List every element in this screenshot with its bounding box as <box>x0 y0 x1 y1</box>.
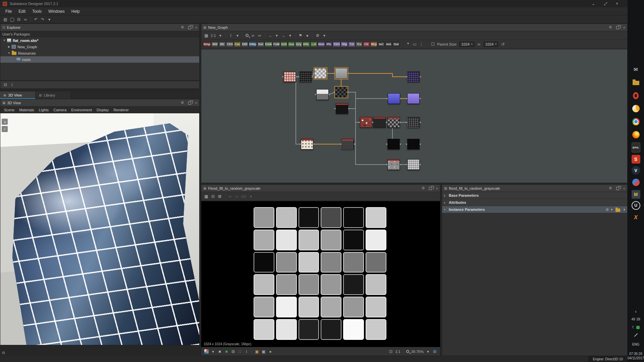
palette-node-fxm[interactable]: FxM <box>273 42 280 47</box>
dropdown[interactable]: ▾ <box>287 33 293 38</box>
layers-icon[interactable]: ≣ <box>606 207 609 212</box>
ball-app-icon[interactable] <box>631 177 641 188</box>
wrench-icon[interactable]: ⚙ <box>609 25 612 29</box>
palette-node-dst[interactable]: Dst <box>257 42 264 47</box>
graph-node-17[interactable] <box>387 139 400 149</box>
expander-icon[interactable]: ▸ <box>444 194 449 197</box>
folder-app-icon[interactable] <box>631 77 641 88</box>
graph-node-6[interactable] <box>316 89 329 100</box>
palette-node-inc[interactable]: InC <box>378 42 385 47</box>
graph-node-16[interactable] <box>341 139 354 149</box>
palette-node-dwp[interactable]: DWp <box>249 42 257 47</box>
tab-3d-view[interactable]: ▣ 3D View <box>0 92 36 99</box>
graph-node-3[interactable] <box>314 68 327 79</box>
close-icon[interactable]: × <box>195 25 197 29</box>
epic-app-icon[interactable]: EPIC <box>632 142 640 153</box>
tray-expand-icon[interactable]: ‹ <box>628 309 644 314</box>
graph-node-19[interactable] <box>387 159 400 170</box>
dropdown[interactable]: ▾ <box>218 33 223 38</box>
close-icon[interactable]: × <box>623 186 625 190</box>
tray-green-icon[interactable] <box>636 326 640 329</box>
arrow2-icon[interactable]: → <box>281 33 286 38</box>
float-panel-icon[interactable] <box>188 102 191 105</box>
close-icon[interactable]: × <box>623 25 625 29</box>
parent-size-select[interactable]: 1024 ▾ <box>459 42 475 47</box>
view3d-menu-materials[interactable]: Materials <box>17 107 37 113</box>
pie-app-icon[interactable] <box>631 103 641 114</box>
restore-icon[interactable]: ⤢ <box>604 1 607 6</box>
globe-icon[interactable]: ◯ <box>9 17 15 22</box>
view3d-menu-renderer[interactable]: Renderer <box>111 107 131 113</box>
view3d-menu-display[interactable]: Display <box>94 107 111 113</box>
palette-node-trs[interactable]: Trs <box>356 42 363 47</box>
reset-icon[interactable]: ↺ <box>500 42 505 47</box>
expander-icon[interactable]: ▼ <box>2 39 6 42</box>
graph-node-11[interactable] <box>360 117 372 128</box>
toolbar-label[interactable]: UV <box>241 194 247 199</box>
link-icon[interactable]: ∞ <box>250 33 256 38</box>
dropdown[interactable]: ▾ <box>322 33 327 38</box>
chrome-app-icon[interactable] <box>631 116 641 127</box>
palette-node-plx[interactable]: Plx <box>325 42 332 47</box>
minimize-chevron-icon[interactable]: ⌄ <box>592 1 595 6</box>
tree-icon[interactable]: ⊟ <box>3 82 8 87</box>
menu-edit[interactable]: Edit <box>15 8 29 15</box>
view3d-menu-lights[interactable]: Lights <box>37 107 51 113</box>
folder-icon[interactable] <box>615 208 620 212</box>
palette-node-bld[interactable]: Bld <box>211 42 218 47</box>
opera-app-icon[interactable] <box>631 90 641 101</box>
chevron-down-icon[interactable]: ▾ <box>611 207 613 212</box>
info-icon[interactable]: i <box>9 82 15 87</box>
graph-node-1[interactable] <box>283 71 296 82</box>
graph-node-13[interactable] <box>387 117 400 128</box>
menu-windows[interactable]: Windows <box>45 8 68 15</box>
wrench-icon[interactable]: ⚙ <box>422 186 425 190</box>
palette-node-wrp[interactable]: Wrp <box>370 42 377 47</box>
pen-tray-icon[interactable] <box>634 333 638 337</box>
palette-node-shp[interactable]: Shp <box>341 42 348 47</box>
palette-node-bmp[interactable]: Bmp <box>203 42 211 47</box>
palette-node-svg[interactable]: SVG <box>333 42 340 47</box>
move-tool-icon[interactable]: + <box>2 126 8 132</box>
tree-item-new-graph[interactable]: ▶New_Graph <box>0 44 199 50</box>
palette-node-grd[interactable]: GrD <box>280 42 287 47</box>
u-app-icon[interactable]: U <box>632 201 640 210</box>
node-wire[interactable] <box>296 82 301 144</box>
palette-node-chs[interactable]: ChS <box>226 42 233 47</box>
graph-canvas[interactable] <box>201 50 627 183</box>
language-indicator[interactable]: ENG <box>628 343 644 346</box>
graph-node-10[interactable] <box>407 93 420 104</box>
x-app-icon[interactable]: X <box>631 212 641 223</box>
chevron-down-icon[interactable]: ▾ <box>425 349 431 354</box>
save-icon[interactable]: ⊟ <box>16 17 21 22</box>
checkbox-icon[interactable]: ☐ <box>430 42 435 47</box>
float-panel-icon[interactable] <box>616 26 619 29</box>
graph-node-9[interactable] <box>388 93 400 104</box>
taskbar-clock[interactable]: 07:35:26 04/11/2017 <box>628 352 644 360</box>
graph-node-2[interactable] <box>299 71 312 82</box>
comment-icon[interactable]: ❝ <box>405 42 411 47</box>
grid-icon[interactable]: ▦ <box>204 33 209 38</box>
node-wire[interactable] <box>347 92 388 99</box>
float-panel-icon[interactable] <box>616 187 619 190</box>
menu-file[interactable]: File <box>2 8 15 15</box>
tree-item-room[interactable]: room <box>0 56 199 63</box>
graph-node-8[interactable] <box>336 103 348 114</box>
palette-node-emb[interactable]: Emb <box>265 42 273 47</box>
channels-icon[interactable] <box>204 349 209 354</box>
close-icon[interactable]: × <box>195 101 197 105</box>
graph-node-4[interactable] <box>335 68 347 79</box>
dropdown[interactable]: ▾ <box>235 33 240 38</box>
wrench-icon[interactable]: ⚙ <box>609 186 612 190</box>
viewport-3d[interactable]: ▲ + <box>0 113 199 345</box>
node-wire[interactable] <box>356 99 387 165</box>
menu-help[interactable]: Help <box>68 8 83 15</box>
link2-icon[interactable]: ∞ <box>257 33 262 38</box>
link2-icon[interactable]: ∞ <box>234 194 239 199</box>
new-package-icon[interactable]: ▤ <box>3 17 8 22</box>
node-wire[interactable] <box>347 73 407 77</box>
zoom-icon[interactable] <box>246 34 249 37</box>
gridp-icon[interactable]: ⊞ <box>230 349 236 354</box>
tree-toggle-icon[interactable]: ⊟ <box>2 351 5 355</box>
frame-icon[interactable]: ▭ <box>412 42 417 47</box>
